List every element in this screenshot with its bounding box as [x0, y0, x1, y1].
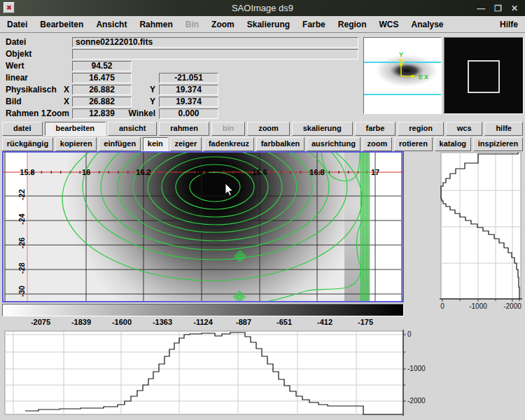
colorbar-tick-label: -175 [358, 318, 373, 326]
toolbar-button[interactable]: katalog [435, 137, 471, 151]
toolbar-button[interactable]: ausrichtung [307, 137, 360, 151]
compass-icon: Y N E X [364, 38, 441, 113]
maximize-button[interactable]: ❒ [494, 4, 502, 13]
menu-item[interactable]: Analyse [411, 20, 443, 29]
menubar: DateiBearbeitenAnsichtRahmenBinZoomSkali… [0, 16, 525, 33]
colorbar-tick-label: -412 [317, 318, 332, 326]
toolbar-button[interactable]: farbe [355, 122, 396, 136]
toolbar-button[interactable]: kopieren [55, 137, 97, 151]
svg-text:-2000: -2000 [503, 302, 522, 310]
toolbar-button[interactable]: skalierung [292, 122, 353, 136]
menu-item[interactable]: Ansicht [96, 20, 127, 29]
toolbar-button[interactable]: datei [2, 122, 43, 136]
toolbar-button[interactable]: inspizieren [473, 137, 523, 151]
svg-text:0: 0 [407, 330, 412, 338]
colorbar[interactable] [2, 304, 404, 316]
toolbar-button[interactable]: fadenkreuz [204, 137, 254, 151]
angle-value: 0.000 [159, 108, 218, 119]
toolbar-button[interactable]: zoom [363, 137, 392, 151]
image-y-value: 19.374 [159, 97, 218, 107]
svg-text:-24: -24 [18, 213, 26, 225]
close-button[interactable]: ✕ [511, 4, 518, 13]
file-label: Datei [6, 37, 26, 48]
svg-text:-1000: -1000 [469, 302, 487, 310]
svg-text:17: 17 [371, 168, 379, 176]
svg-text:16.6: 16.6 [252, 168, 267, 176]
toolbar-button[interactable]: farbbalken [256, 137, 304, 151]
svg-text:0: 0 [440, 302, 444, 310]
toolbar-button[interactable]: region [398, 122, 443, 136]
svg-text:16.4: 16.4 [194, 168, 209, 176]
panner-preview[interactable]: Y N E X [363, 37, 442, 114]
svg-text:X: X [424, 74, 428, 80]
zoom-label: Zoom [38, 108, 69, 119]
minimize-button[interactable]: — [477, 4, 485, 13]
menu-item[interactable]: Rahmen [139, 20, 172, 29]
menu-item[interactable]: Datei [7, 20, 27, 29]
svg-text:-2000: -2000 [407, 397, 426, 405]
colorbar-tick-label: -651 [276, 318, 292, 326]
image-display[interactable]: 15.81616.216.416.616.817-22-24-26-28-30 [4, 153, 402, 301]
toolbar-button[interactable]: wcs [446, 122, 483, 136]
menu-item[interactable]: WCS [379, 20, 398, 29]
toolbar-button[interactable]: bin [211, 122, 245, 136]
svg-text:15.8: 15.8 [20, 168, 34, 176]
menu-item[interactable]: Bearbeiten [40, 20, 83, 29]
toolbar-primary: dateibearbeitenansichtrahmenbinzoomskali… [0, 121, 525, 136]
menu-item[interactable]: Bin [186, 20, 199, 29]
svg-text:-30: -30 [18, 286, 26, 297]
toolbar-button[interactable]: rückgängig [2, 137, 53, 151]
vertical-profile-plot: 0-1000-2000 [405, 151, 525, 319]
titlebar: ✖ SAOImage ds9 — ❒ ✕ [0, 0, 525, 16]
colorbar-tick-label: -1124 [193, 318, 213, 326]
colorbar-tick-label: -2075 [31, 318, 50, 326]
menu-item[interactable]: Skalierung [247, 20, 290, 29]
toolbar-button[interactable]: ansicht [108, 122, 157, 136]
linear-label: linear [6, 73, 28, 83]
image-frame[interactable]: 15.81616.216.416.616.817-22-24-26-28-30 [2, 151, 404, 302]
file-value: sonne02122010.fits [72, 37, 358, 48]
toolbar-button[interactable]: hilfe [484, 122, 522, 136]
svg-text:-22: -22 [18, 189, 26, 200]
toolbar-button[interactable]: rahmen [159, 122, 209, 136]
svg-text:N: N [399, 57, 404, 64]
physical-y-value: 19.374 [159, 85, 218, 95]
colorbar-ticks: -2075-1839-1600-1363-1124-887-651-412-17… [0, 318, 420, 328]
toolbar-button[interactable]: einfügen [99, 137, 141, 151]
angle-label: Winkel [119, 108, 155, 119]
magnifier-preview[interactable] [444, 37, 524, 114]
window-title: SAOImage ds9 [0, 0, 525, 16]
svg-text:E: E [419, 74, 423, 80]
colorbar-tick-label: -887 [236, 318, 251, 326]
toolbar-button[interactable]: zeiger [170, 137, 202, 151]
physical-y-label: Y [119, 85, 155, 95]
object-value [72, 49, 358, 59]
toolbar-button[interactable]: zoom [247, 122, 290, 136]
image-x-label: X [38, 97, 69, 107]
toolbar-button[interactable]: kein [143, 137, 168, 151]
object-label: Objekt [6, 49, 31, 59]
colorbar-tick-label: -1839 [71, 318, 91, 326]
window-controls: — ❒ ✕ [477, 0, 518, 16]
linear-x-value: 16.475 [72, 73, 132, 83]
physical-x-label: X [38, 85, 69, 95]
menu-item[interactable]: Region [338, 20, 367, 29]
svg-text:16: 16 [82, 168, 90, 176]
toolbar-secondary: rückgängigkopiereneinfügenkeinzeigerfade… [0, 136, 525, 152]
magnifier-cursor-box [468, 60, 500, 93]
value-label: Wert [6, 61, 24, 71]
linear-y-value: -21.051 [159, 73, 218, 83]
menu-item[interactable]: Farbe [302, 20, 326, 29]
toolbar-button[interactable]: bearbeiten [45, 122, 106, 136]
svg-text:16.2: 16.2 [136, 168, 150, 176]
menu-item-hilfe[interactable]: Hilfe [500, 20, 518, 29]
colorbar-tick-label: -1600 [112, 318, 132, 326]
svg-text:-1000: -1000 [407, 365, 426, 372]
colorbar-tick-label: -1363 [153, 318, 172, 326]
svg-text:-28: -28 [18, 262, 26, 274]
svg-text:-26: -26 [18, 237, 26, 248]
toolbar-button[interactable]: rotieren [394, 137, 433, 151]
horizontal-profile-plot: 0-1000-2000 [0, 328, 438, 420]
value-value: 94.52 [72, 61, 132, 71]
menu-item[interactable]: Zoom [211, 20, 234, 29]
